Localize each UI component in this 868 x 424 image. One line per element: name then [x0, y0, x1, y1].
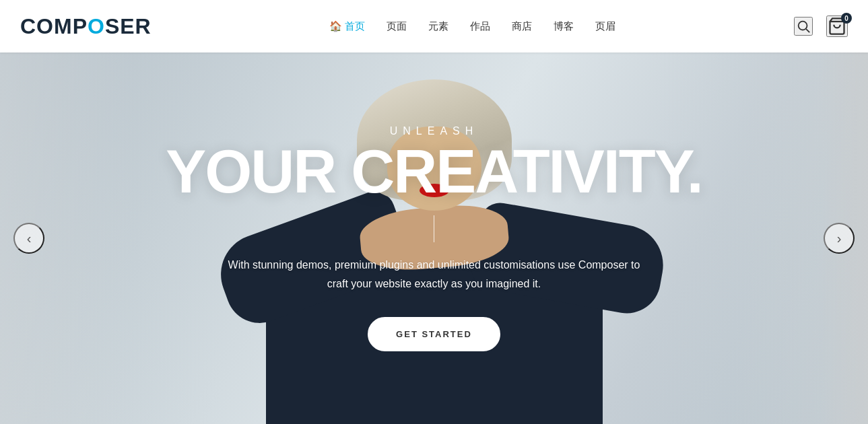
- nav-item-header[interactable]: 页眉: [595, 20, 615, 33]
- get-started-button[interactable]: GET STARTED: [368, 317, 500, 351]
- svg-line-1: [806, 29, 809, 32]
- chevron-left-icon: ‹: [27, 231, 32, 246]
- svg-point-0: [799, 22, 807, 30]
- nav-item-home[interactable]: 🏠 首页: [329, 20, 365, 33]
- nav-item-blog[interactable]: 博客: [554, 20, 574, 33]
- prev-slide-button[interactable]: ‹: [13, 223, 44, 254]
- cart-count: 0: [841, 13, 852, 24]
- hero-subtitle: With stunning demos, premium plugins and…: [226, 256, 643, 292]
- nav-item-pages[interactable]: 页面: [387, 20, 407, 33]
- main-nav: 🏠 首页 页面 元素 作品 商店 博客 页眉: [329, 20, 615, 33]
- nav-item-elements[interactable]: 元素: [428, 20, 448, 33]
- hero-content: UNLEASH YOUR CREATIVITY. With stunning d…: [0, 52, 868, 424]
- next-slide-button[interactable]: ›: [824, 223, 855, 254]
- nav-item-shop[interactable]: 商店: [512, 20, 532, 33]
- unleash-text: UNLEASH: [390, 125, 479, 137]
- logo-o: O: [88, 14, 105, 39]
- site-header: COMPOSER 🏠 首页 页面 元素 作品 商店 博客 页眉 0: [0, 0, 868, 52]
- hero-section: UNLEASH YOUR CREATIVITY. With stunning d…: [0, 52, 868, 424]
- divider: [434, 215, 434, 242]
- logo-text-1: COMP: [20, 14, 88, 39]
- site-logo[interactable]: COMPOSER: [20, 14, 152, 39]
- search-button[interactable]: [794, 17, 813, 36]
- header-actions: 0: [794, 15, 848, 37]
- cart-button[interactable]: 0: [826, 15, 848, 37]
- chevron-right-icon: ›: [837, 231, 842, 246]
- nav-item-portfolio[interactable]: 作品: [470, 20, 490, 33]
- creativity-heading: YOUR CREATIVITY.: [166, 141, 702, 202]
- logo-text-2: SER: [105, 14, 152, 39]
- search-icon: [796, 19, 811, 34]
